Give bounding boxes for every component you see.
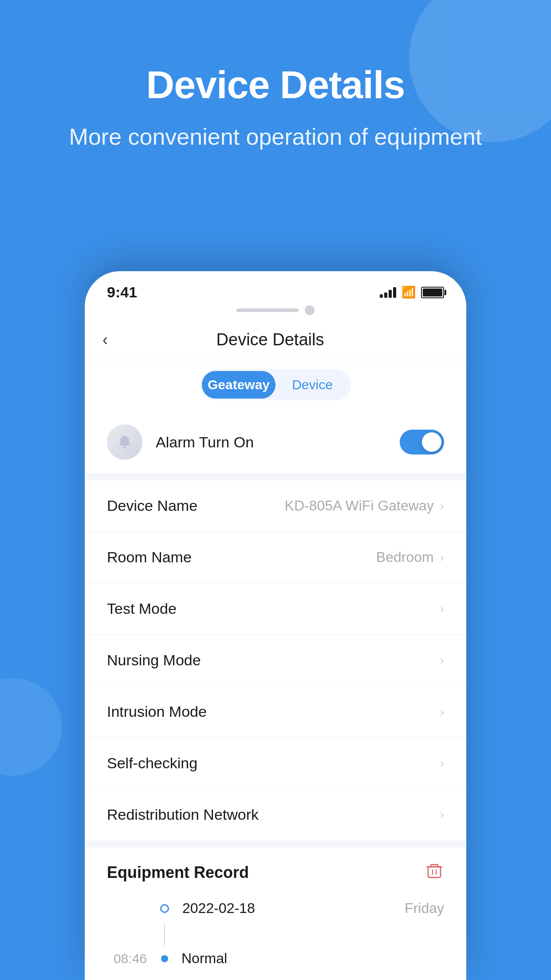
record-status-dot bbox=[161, 955, 168, 962]
nursing-mode-label: Nursing Mode bbox=[107, 652, 440, 669]
chevron-icon: › bbox=[440, 808, 444, 822]
alarm-toggle[interactable] bbox=[400, 430, 444, 454]
page-title: Device Details bbox=[117, 330, 424, 349]
segment-gateway[interactable]: Geateway bbox=[202, 371, 276, 399]
segment-control: Geateway Device bbox=[200, 369, 351, 400]
list-section: Device Name KD-805A WiFi Gateway › Room … bbox=[85, 480, 466, 840]
svg-rect-0 bbox=[123, 447, 126, 448]
status-bar: 9:41 📶 bbox=[85, 271, 466, 305]
phone-screen: 9:41 📶 ‹ Device Details bbox=[85, 271, 466, 980]
nav-bar: ‹ Device Details bbox=[85, 320, 466, 360]
record-time-row: 08:46 Normal bbox=[107, 946, 444, 980]
timeline-line bbox=[164, 924, 165, 946]
list-item[interactable]: Test Mode › bbox=[85, 583, 466, 635]
device-name-value: KD-805A WiFi Gateway bbox=[285, 498, 434, 514]
back-button[interactable]: ‹ bbox=[102, 331, 108, 349]
alarm-label: Alarm Turn On bbox=[156, 434, 386, 451]
bg-decoration-bottom-left bbox=[0, 678, 62, 776]
list-item[interactable]: Self-checking › bbox=[85, 738, 466, 789]
record-day: Friday bbox=[405, 900, 444, 917]
notch-bar bbox=[236, 308, 299, 312]
list-item[interactable]: Room Name Bedroom › bbox=[85, 532, 466, 583]
status-icons: 📶 bbox=[380, 285, 444, 299]
equipment-record-section: Equipment Record 2022-02-1 bbox=[85, 847, 466, 980]
list-item[interactable]: Redistribution Network › bbox=[85, 789, 466, 840]
intrusion-mode-label: Intrusion Mode bbox=[107, 703, 440, 720]
record-time: 08:46 bbox=[107, 951, 147, 966]
record-status: Normal bbox=[181, 950, 227, 967]
chevron-icon: › bbox=[440, 499, 444, 513]
list-item[interactable]: Device Name KD-805A WiFi Gateway › bbox=[85, 480, 466, 532]
chevron-icon: › bbox=[440, 602, 444, 616]
room-name-label: Room Name bbox=[107, 549, 376, 566]
redistribution-label: Redistribution Network bbox=[107, 806, 440, 823]
notch-circle bbox=[305, 305, 315, 315]
record-date: 2022-02-18 bbox=[182, 900, 391, 917]
list-item[interactable]: Intrusion Mode › bbox=[85, 686, 466, 738]
device-name-label: Device Name bbox=[107, 497, 285, 514]
chevron-icon: › bbox=[440, 705, 444, 719]
segment-container: Geateway Device bbox=[85, 360, 466, 411]
segment-device[interactable]: Device bbox=[276, 371, 349, 399]
record-header: Equipment Record bbox=[107, 861, 444, 884]
chevron-icon: › bbox=[440, 550, 444, 565]
chevron-icon: › bbox=[440, 756, 444, 771]
list-item[interactable]: Nursing Mode › bbox=[85, 635, 466, 686]
wifi-icon: 📶 bbox=[401, 285, 416, 299]
room-name-value: Bedroom bbox=[376, 549, 434, 565]
hero-title: Device Details bbox=[0, 62, 551, 107]
content-area: Alarm Turn On Device Name KD-805A WiFi G… bbox=[85, 411, 466, 980]
hero-section: Device Details More convenient operation… bbox=[0, 0, 551, 180]
alarm-icon bbox=[107, 424, 142, 460]
svg-rect-1 bbox=[428, 867, 441, 877]
toggle-knob bbox=[422, 432, 441, 452]
chevron-icon: › bbox=[440, 653, 444, 668]
battery-icon bbox=[421, 287, 444, 298]
test-mode-label: Test Mode bbox=[107, 600, 440, 617]
signal-icon bbox=[380, 287, 396, 298]
record-dot bbox=[160, 904, 169, 913]
phone-notch bbox=[85, 305, 466, 320]
phone-mockup: 9:41 📶 ‹ Device Details bbox=[85, 271, 466, 980]
record-title: Equipment Record bbox=[107, 863, 249, 882]
delete-button[interactable] bbox=[425, 861, 444, 884]
status-time: 9:41 bbox=[107, 284, 137, 301]
alarm-card: Alarm Turn On bbox=[85, 411, 466, 473]
self-checking-label: Self-checking bbox=[107, 755, 440, 772]
hero-subtitle: More convenient operation of equipment bbox=[0, 121, 551, 153]
record-date-row: 2022-02-18 Friday bbox=[107, 893, 444, 924]
